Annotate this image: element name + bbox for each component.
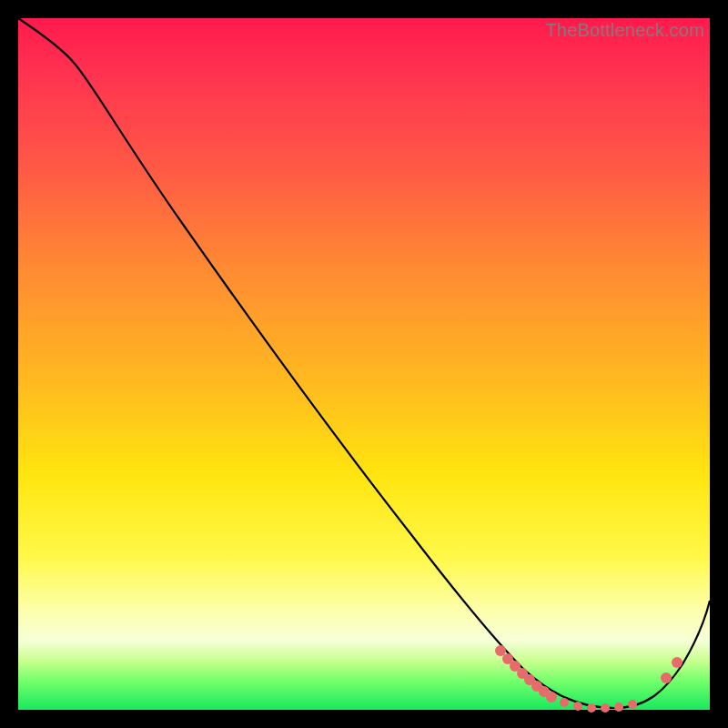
svg-point-7 (546, 692, 557, 703)
svg-point-15 (672, 657, 682, 668)
curve-path (18, 18, 710, 708)
bottleneck-curve (18, 18, 710, 710)
svg-point-11 (601, 703, 610, 713)
plot-area: TheBottleneck.com (18, 18, 710, 710)
svg-point-10 (587, 703, 596, 713)
svg-point-9 (573, 702, 582, 711)
svg-point-13 (628, 700, 637, 709)
chart-stage: TheBottleneck.com (0, 0, 728, 728)
svg-point-8 (560, 698, 569, 707)
svg-point-12 (614, 703, 623, 712)
svg-point-0 (495, 645, 506, 656)
svg-point-14 (661, 672, 672, 683)
marker-cluster-left (495, 645, 557, 703)
